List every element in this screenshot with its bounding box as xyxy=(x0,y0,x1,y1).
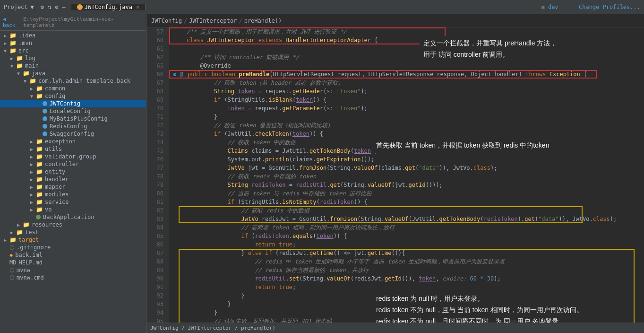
tree-item-src[interactable]: ▼ 📁 src xyxy=(0,47,146,54)
tree-item-common[interactable]: ▶ 📁 common xyxy=(0,85,146,92)
item-label: handler xyxy=(45,176,69,183)
folder-icon: 📁 xyxy=(36,168,43,175)
tree-item-service[interactable]: ▶ 📁 service xyxy=(0,198,146,206)
tree-item-swaggerconfig[interactable]: SwaggerConfig xyxy=(0,130,146,138)
back-arrow[interactable]: ◀ back xyxy=(3,16,21,28)
code-content: /** 定义一个拦截器，用于拦截请求，并对 JWT 进行验证 */ class … xyxy=(169,27,644,323)
item-label: target xyxy=(18,237,39,243)
tree-item-utils[interactable]: ▶ 📁 utils xyxy=(0,145,146,153)
tree-item-backiml[interactable]: ◆ back.iml xyxy=(0,251,146,259)
folder-icon: 📁 xyxy=(23,221,30,228)
expand-arrow: ▼ xyxy=(15,71,22,76)
item-label: controller xyxy=(45,161,79,167)
tree-item-log[interactable]: ▶ 📁 log xyxy=(0,54,146,62)
expand-arrow: ▶ xyxy=(28,200,35,205)
folder-icon: 📁 xyxy=(36,184,43,190)
item-label: mvnw.cmd xyxy=(17,274,44,281)
expand-arrow: ▶ xyxy=(28,169,35,175)
file-icon: MD xyxy=(9,259,16,266)
breadcrumb-item-2: JWTInterceptor xyxy=(189,18,237,24)
tree-item-mybatisconfig[interactable]: MyBatisPlusConfig xyxy=(0,115,146,123)
item-label: entity xyxy=(45,168,65,175)
item-label: test xyxy=(25,229,39,236)
project-label: Project ▼ ⚙ ⇅ ⚙ − xyxy=(4,4,66,10)
code-line-66: ⚙ @ public boolean preHandle(HttpServlet… xyxy=(173,70,640,79)
code-line-84: // 若两者 token 相同，则为同一用户再次访问系统，放行 xyxy=(173,223,640,232)
tree-item-exception[interactable]: ▶ 📁 exception xyxy=(0,138,146,145)
code-line-79: String redisToken = redisUtil.get(String… xyxy=(173,181,640,189)
minus-icon[interactable]: − xyxy=(62,4,66,10)
tree-item-mapper[interactable]: ▶ 📁 mapper xyxy=(0,183,146,191)
expand-arrow: ▼ xyxy=(2,48,9,53)
code-line-75: Claims claims = JwtUtil.getTokenBody(tok… xyxy=(173,147,640,155)
tree-item-mvnwcmd[interactable]: ⬡ mvnw.cmd xyxy=(0,274,146,281)
tree-item-modules[interactable]: ▶ 📁 modules xyxy=(0,191,146,198)
code-line-60: class JWTInterceptor extends HandlerInte… xyxy=(173,36,640,44)
item-label: HELP.md xyxy=(18,259,43,266)
item-label: resources xyxy=(32,221,62,228)
code-line-70: token = request.getParameter(s: "token")… xyxy=(173,104,640,113)
line-numbers: 57 60 61 62 65 66 67 68 69 70 71 72 73 7… xyxy=(146,27,169,323)
tree-item-backapp[interactable]: BackApplication xyxy=(0,213,146,221)
item-label: exception xyxy=(45,138,76,145)
expand-arrow: ▶ xyxy=(28,207,35,212)
tree-item-main[interactable]: ▼ 📁 main xyxy=(0,62,146,70)
sync-icon[interactable]: ⇅ xyxy=(48,4,51,10)
item-label: modules xyxy=(45,191,69,198)
tree-item-jwtconfig[interactable]: JWTConfig xyxy=(0,100,146,107)
folder-icon: 📁 xyxy=(23,70,30,77)
expand-arrow: ▶ xyxy=(28,139,35,144)
expand-arrow: ▼ xyxy=(22,79,28,84)
settings-icon[interactable]: ⚙ xyxy=(41,4,44,10)
code-editor[interactable]: 57 60 61 62 65 66 67 68 69 70 71 72 73 7… xyxy=(146,27,644,323)
item-label: com.lyh.admin_template.back xyxy=(38,78,130,84)
tree-item-helpmd[interactable]: MD HELP.md xyxy=(0,259,146,266)
jwt-config-tab[interactable]: JWTConfig.java ✕ xyxy=(71,4,146,10)
close-tab-icon[interactable]: ✕ xyxy=(136,4,139,10)
item-label: log xyxy=(25,55,35,61)
branch-indicator[interactable]: ≡ dev Change Profiles... xyxy=(541,4,640,10)
tree-container: ▶ 📁 .idea ▶ 📁 .mvn ▼ 📁 src ▶ 📁 log xyxy=(0,31,146,282)
tree-item-vo[interactable]: ▶ 📁 vo xyxy=(0,206,146,213)
tree-item-test[interactable]: ▶ 📁 test xyxy=(0,228,146,236)
tree-item-validator[interactable]: ▶ 📁 validator.group xyxy=(0,153,146,160)
tree-item-gitignore[interactable]: ⬡ .gitignore xyxy=(0,244,146,251)
code-line-68: String token = request.getHeader(s: "tok… xyxy=(173,87,640,96)
tree-item-mvnw[interactable]: ⬡ mvnw xyxy=(0,266,146,274)
expand-arrow: ▶ xyxy=(2,41,9,46)
expand-arrow: ▶ xyxy=(28,154,35,159)
code-line-74: // 获取 token 中的数据 xyxy=(173,138,640,147)
code-line-72: // 验证 token 是否过期（根据时间戳比较） xyxy=(173,121,640,130)
folder-icon: 📁 xyxy=(16,55,23,61)
tree-item-controller[interactable]: ▶ 📁 controller xyxy=(0,160,146,168)
tree-item-idea[interactable]: ▶ 📁 .idea xyxy=(0,32,146,39)
code-line-93: } xyxy=(173,300,640,308)
folder-icon: 📁 xyxy=(36,176,43,183)
gear-icon[interactable]: ⚙ xyxy=(55,4,58,10)
tree-item-redisconfig[interactable]: RedisConfig xyxy=(0,123,146,130)
tree-item-resources[interactable]: ▶ 📁 resources xyxy=(0,221,146,228)
breadcrumb-sep: / xyxy=(184,18,187,24)
tree-item-entity[interactable]: ▶ 📁 entity xyxy=(0,168,146,175)
tree-item-target[interactable]: ▶ 📁 target xyxy=(0,236,146,244)
project-dropdown-arrow[interactable]: ▼ xyxy=(31,4,34,10)
code-line-83: JwtVo redisJwt = GsonUtil.fromJson(Strin… xyxy=(173,215,640,223)
tree-item-localeconfig[interactable]: LocaleConfig xyxy=(0,107,146,115)
expand-arrow: ▼ xyxy=(28,94,35,99)
code-line-86: return true; xyxy=(173,240,640,249)
expand-arrow: ▶ xyxy=(2,33,9,38)
code-line-85: if (redisToken.equals(token)) { xyxy=(173,232,640,240)
tree-item-com[interactable]: ▼ 📁 com.lyh.admin_template.back xyxy=(0,77,146,85)
tree-item-mvn[interactable]: ▶ 📁 .mvn xyxy=(0,39,146,47)
folder-icon: 📁 xyxy=(9,47,17,54)
expand-arrow: ▶ xyxy=(28,177,35,182)
sidebar: ◀ back E:\myProject\myGit\admin-vue-temp… xyxy=(0,14,146,333)
change-profiles[interactable]: Change Profiles... xyxy=(579,4,640,10)
tree-item-java[interactable]: ▼ 📁 java xyxy=(0,70,146,77)
tree-item-config[interactable]: ▼ 📁 config xyxy=(0,92,146,100)
code-line-88: // redis 中 token 生成时间戳 小于等于 当前 token 生成时… xyxy=(173,257,640,266)
expand-arrow: ▶ xyxy=(28,192,35,197)
tree-item-handler[interactable]: ▶ 📁 handler xyxy=(0,175,146,183)
code-line-61 xyxy=(173,44,640,53)
folder-icon: 📁 xyxy=(9,40,17,46)
